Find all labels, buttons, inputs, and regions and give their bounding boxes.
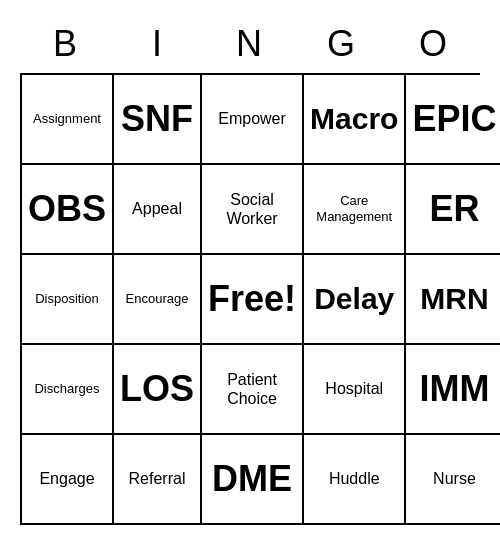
cell-text-r1-c4: ER	[429, 187, 479, 230]
cell-r1-c0: OBS	[22, 165, 114, 255]
bingo-card: BINGO AssignmentSNFEmpowerMacroEPICOBSAp…	[10, 9, 490, 535]
cell-r4-c2: DME	[202, 435, 304, 525]
cell-r3-c2: Patient Choice	[202, 345, 304, 435]
cell-text-r4-c3: Huddle	[329, 469, 380, 488]
cell-r1-c2: Social Worker	[202, 165, 304, 255]
cell-text-r2-c3: Delay	[314, 281, 394, 317]
bingo-grid: AssignmentSNFEmpowerMacroEPICOBSAppealSo…	[20, 73, 480, 525]
cell-text-r3-c2: Patient Choice	[208, 370, 296, 408]
cell-text-r1-c2: Social Worker	[208, 190, 296, 228]
bingo-header: BINGO	[20, 19, 480, 73]
header-letter-B: B	[20, 19, 112, 73]
cell-text-r0-c1: SNF	[121, 97, 193, 140]
header-letter-O: O	[388, 19, 480, 73]
cell-r2-c1: Encourage	[114, 255, 202, 345]
cell-r0-c3: Macro	[304, 75, 406, 165]
cell-r1-c4: ER	[406, 165, 500, 255]
cell-r0-c1: SNF	[114, 75, 202, 165]
cell-text-r0-c3: Macro	[310, 101, 398, 137]
cell-r3-c1: LOS	[114, 345, 202, 435]
cell-r4-c1: Referral	[114, 435, 202, 525]
cell-text-r1-c3: Care Management	[310, 193, 398, 224]
cell-text-r4-c1: Referral	[129, 469, 186, 488]
cell-r0-c2: Empower	[202, 75, 304, 165]
cell-r0-c4: EPIC	[406, 75, 500, 165]
cell-text-r0-c2: Empower	[218, 109, 286, 128]
cell-text-r0-c0: Assignment	[33, 111, 101, 127]
cell-text-r3-c0: Discharges	[34, 381, 99, 397]
cell-text-r4-c4: Nurse	[433, 469, 476, 488]
cell-text-r2-c2: Free!	[208, 277, 296, 320]
cell-r4-c3: Huddle	[304, 435, 406, 525]
cell-text-r3-c4: IMM	[419, 367, 489, 410]
cell-r2-c4: MRN	[406, 255, 500, 345]
cell-text-r4-c0: Engage	[39, 469, 94, 488]
cell-text-r3-c1: LOS	[120, 367, 194, 410]
cell-text-r4-c2: DME	[212, 457, 292, 500]
cell-text-r2-c4: MRN	[420, 281, 488, 317]
cell-r0-c0: Assignment	[22, 75, 114, 165]
cell-r3-c0: Discharges	[22, 345, 114, 435]
header-letter-N: N	[204, 19, 296, 73]
cell-r2-c0: Disposition	[22, 255, 114, 345]
cell-text-r1-c1: Appeal	[132, 199, 182, 218]
cell-text-r0-c4: EPIC	[412, 97, 496, 140]
cell-r3-c4: IMM	[406, 345, 500, 435]
cell-text-r2-c1: Encourage	[126, 291, 189, 307]
cell-text-r1-c0: OBS	[28, 187, 106, 230]
cell-r4-c0: Engage	[22, 435, 114, 525]
cell-r2-c2: Free!	[202, 255, 304, 345]
cell-r1-c3: Care Management	[304, 165, 406, 255]
cell-r3-c3: Hospital	[304, 345, 406, 435]
cell-r1-c1: Appeal	[114, 165, 202, 255]
header-letter-G: G	[296, 19, 388, 73]
cell-text-r2-c0: Disposition	[35, 291, 99, 307]
cell-r4-c4: Nurse	[406, 435, 500, 525]
header-letter-I: I	[112, 19, 204, 73]
cell-text-r3-c3: Hospital	[325, 379, 383, 398]
cell-r2-c3: Delay	[304, 255, 406, 345]
